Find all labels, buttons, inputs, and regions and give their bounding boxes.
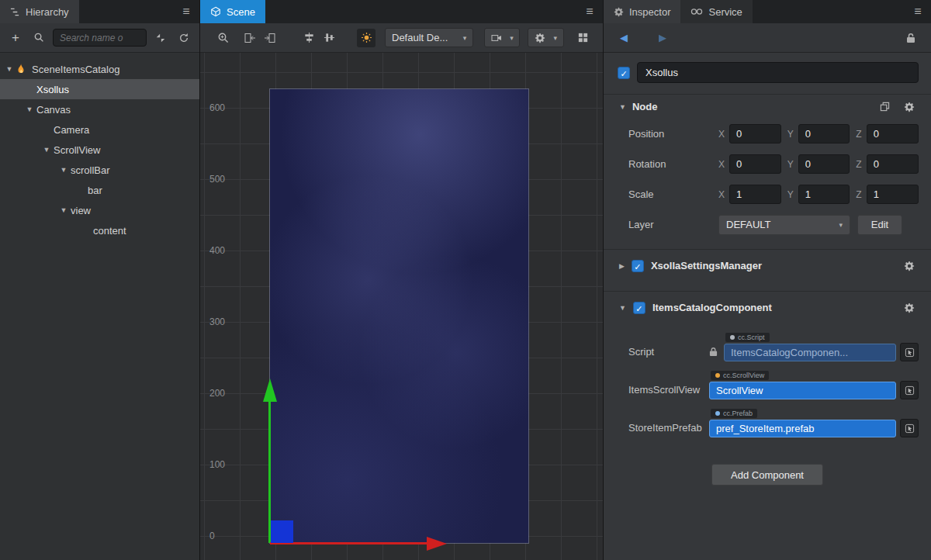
tree-item-scrollview[interactable]: ▼ ScrollView bbox=[0, 140, 199, 160]
scene-viewport[interactable]: 600 500 400 300 200 100 0 bbox=[200, 53, 603, 560]
expand-arrow-icon[interactable]: ▼ bbox=[619, 103, 626, 111]
component-enabled-checkbox[interactable]: ✓ bbox=[633, 302, 645, 314]
x-axis-arrowhead-icon[interactable] bbox=[427, 537, 447, 551]
type-tag: cc.ScrollView bbox=[711, 371, 769, 380]
add-node-button[interactable]: + bbox=[6, 29, 25, 47]
search-input[interactable] bbox=[53, 29, 147, 47]
tree-item-label: bar bbox=[88, 185, 102, 196]
tree-item-label: Camera bbox=[54, 124, 89, 136]
refresh-icon[interactable] bbox=[175, 29, 193, 47]
scene-menu-icon[interactable]: ≡ bbox=[576, 0, 603, 23]
scale-x-input[interactable] bbox=[729, 185, 781, 204]
tree-item-sceneitemscatalog[interactable]: ▼ SceneItemsCatalog bbox=[0, 59, 199, 79]
itemsscrollview-property-row: ItemsScrollView cc.ScrollView ScrollView bbox=[604, 368, 931, 399]
tab-service[interactable]: Service bbox=[680, 0, 752, 23]
position-z-input[interactable] bbox=[867, 124, 919, 143]
collapse-all-icon[interactable] bbox=[151, 29, 170, 47]
settings-manager-header[interactable]: ▶ ✓ XsollaSettingsManager bbox=[604, 249, 931, 282]
position-y-input[interactable] bbox=[798, 124, 850, 143]
scene-cube-icon bbox=[210, 6, 221, 17]
ruler-label: 300 bbox=[209, 316, 225, 328]
rotation-x-input[interactable] bbox=[729, 154, 781, 174]
node-name-input[interactable] bbox=[637, 62, 919, 83]
y-axis-arrowhead-icon[interactable] bbox=[263, 379, 277, 402]
nav-back-button[interactable]: ◀ bbox=[614, 29, 633, 47]
reference-picker-icon[interactable] bbox=[900, 343, 919, 361]
rotation-y-input[interactable] bbox=[798, 154, 850, 174]
add-component-button[interactable]: Add Component bbox=[711, 464, 823, 486]
align-horizontal-icon[interactable] bbox=[299, 29, 318, 47]
tab-hierarchy-label: Hierarchy bbox=[26, 6, 69, 18]
service-icon bbox=[690, 8, 703, 16]
axis-y-label: Y bbox=[787, 159, 794, 170]
tree-item-bar[interactable]: bar bbox=[0, 180, 199, 200]
node-section-header[interactable]: ▼ Node bbox=[604, 94, 931, 119]
rotation-z-input[interactable] bbox=[867, 154, 919, 174]
expand-arrow-icon[interactable]: ▼ bbox=[619, 304, 626, 312]
chevron-down-icon: ▾ bbox=[510, 34, 514, 42]
inspector-menu-icon[interactable]: ≡ bbox=[905, 0, 931, 23]
zoom-icon[interactable] bbox=[214, 29, 233, 47]
reference-picker-icon[interactable] bbox=[900, 419, 919, 437]
tree-item-scrollbar[interactable]: ▼ scrollBar bbox=[0, 160, 199, 180]
camera-dropdown[interactable]: ▾ bbox=[484, 28, 520, 47]
type-dot-icon bbox=[715, 373, 720, 378]
scene-settings-dropdown[interactable]: ▾ bbox=[528, 28, 564, 47]
ruler-label: 500 bbox=[209, 173, 225, 185]
inspector-nav-toolbar: ◀ ▶ bbox=[604, 23, 931, 53]
expand-arrow-icon[interactable]: ▼ bbox=[42, 146, 51, 154]
hierarchy-icon bbox=[10, 7, 20, 17]
layer-edit-button[interactable]: Edit bbox=[857, 215, 902, 235]
x-axis-gizmo[interactable] bbox=[270, 542, 427, 544]
insert-after-icon[interactable] bbox=[261, 29, 279, 47]
tab-hierarchy[interactable]: Hierarchy bbox=[0, 0, 79, 23]
type-tag-label: cc.Prefab bbox=[723, 410, 753, 417]
tab-inspector[interactable]: Inspector bbox=[604, 0, 680, 23]
tab-scene[interactable]: Scene bbox=[200, 0, 265, 23]
expand-arrow-icon[interactable]: ▼ bbox=[59, 206, 68, 214]
script-reference-field[interactable]: ItemsCatalogComponen... bbox=[724, 344, 896, 361]
layer-dropdown[interactable]: DEFAULT ▾ bbox=[718, 215, 850, 235]
type-tag: cc.Script bbox=[725, 333, 770, 342]
position-x-input[interactable] bbox=[729, 124, 781, 143]
view-mode-dropdown[interactable]: Default De... ▾ bbox=[385, 28, 473, 47]
node-settings-gear-icon[interactable] bbox=[900, 98, 919, 116]
node-active-checkbox[interactable]: ✓ bbox=[618, 67, 630, 79]
ruler-label: 0 bbox=[209, 530, 215, 542]
prefab-reference-field[interactable]: pref_StoreItem.prefab bbox=[709, 420, 896, 437]
node-section-title: Node bbox=[632, 101, 658, 112]
expand-arrow-icon[interactable]: ▶ bbox=[619, 262, 625, 270]
layer-row: Layer DEFAULT ▾ Edit bbox=[604, 209, 931, 240]
tree-item-content[interactable]: content bbox=[0, 220, 199, 240]
scale-y-input[interactable] bbox=[798, 185, 850, 204]
light-gizmo-button[interactable] bbox=[357, 29, 376, 47]
origin-gizmo[interactable] bbox=[271, 520, 293, 543]
reference-picker-icon[interactable] bbox=[900, 381, 919, 399]
scrollview-reference-field[interactable]: ScrollView bbox=[709, 382, 896, 399]
hierarchy-panel: Hierarchy ≡ + ▼ SceneItemsCatalog bbox=[0, 0, 200, 560]
axis-y-label: Y bbox=[787, 129, 794, 140]
component-gear-icon[interactable] bbox=[900, 299, 919, 317]
component-enabled-checkbox[interactable]: ✓ bbox=[632, 260, 644, 272]
tree-item-camera[interactable]: Camera bbox=[0, 119, 199, 140]
storeitemprefab-property-row: StoreItemPrefab cc.Prefab pref_StoreItem… bbox=[604, 406, 931, 437]
tree-item-xsollus[interactable]: Xsollus bbox=[0, 79, 199, 99]
hierarchy-toolbar: + bbox=[0, 23, 199, 53]
tree-item-label: scrollBar bbox=[71, 164, 110, 176]
nav-forward-button[interactable]: ▶ bbox=[653, 29, 672, 47]
search-filter-button[interactable] bbox=[29, 29, 48, 47]
tree-item-canvas[interactable]: ▼ Canvas bbox=[0, 99, 199, 119]
hierarchy-menu-icon[interactable]: ≡ bbox=[173, 0, 199, 23]
expand-arrow-icon[interactable]: ▼ bbox=[59, 166, 68, 174]
expand-arrow-icon[interactable]: ▼ bbox=[25, 105, 34, 113]
paste-node-values-icon[interactable] bbox=[875, 98, 894, 116]
scale-z-input[interactable] bbox=[867, 185, 919, 204]
catalog-component-header[interactable]: ▼ ✓ ItemsCatalogComponent bbox=[604, 291, 931, 323]
insert-before-icon[interactable] bbox=[241, 29, 259, 47]
tree-item-view[interactable]: ▼ view bbox=[0, 200, 199, 220]
layout-grid-icon[interactable] bbox=[573, 29, 592, 47]
lock-icon[interactable] bbox=[902, 29, 920, 47]
align-vertical-icon[interactable] bbox=[320, 29, 338, 47]
component-gear-icon[interactable] bbox=[900, 257, 919, 275]
expand-arrow-icon[interactable]: ▼ bbox=[5, 65, 14, 73]
